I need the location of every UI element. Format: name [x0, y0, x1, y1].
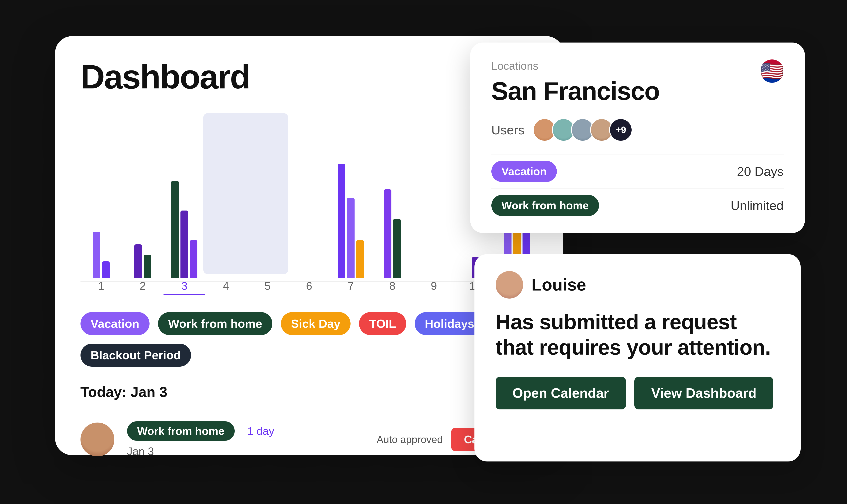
dashboard-title: Dashboard — [81, 57, 250, 96]
bar — [93, 232, 100, 278]
chart-label-8: 8 — [371, 280, 413, 295]
policy-badge-wfh: Work from home — [491, 195, 599, 216]
leave-date: Jan 3 — [127, 445, 364, 458]
bar — [190, 240, 197, 278]
notif-actions: Open Calendar View Dashboard — [496, 377, 779, 410]
legend-blackout[interactable]: Blackout Period — [81, 344, 191, 367]
bar — [143, 255, 151, 278]
bar-group-4 — [205, 134, 247, 278]
locations-card: Locations San Francisco 🇺🇸 Users +9 Vaca… — [470, 42, 805, 233]
bar — [180, 211, 188, 278]
legend-wfh[interactable]: Work from home — [158, 312, 272, 335]
chart-label-9: 9 — [413, 280, 454, 295]
legend-sick[interactable]: Sick Day — [281, 312, 351, 335]
notification-card: Louise Has submitted a request that requ… — [474, 254, 801, 462]
bar — [102, 261, 110, 278]
bar-group-7 — [330, 134, 371, 278]
bar-group-5 — [247, 134, 288, 278]
view-dashboard-button[interactable]: View Dashboard — [634, 377, 774, 410]
flag-icon: 🇺🇸 — [760, 59, 784, 83]
user-avatar — [81, 422, 115, 456]
bar — [134, 245, 142, 278]
user-avatars: +9 — [533, 118, 633, 142]
bar — [338, 164, 345, 278]
chart-label-3: 3 — [163, 280, 205, 295]
user-avatar-more[interactable]: +9 — [609, 118, 633, 142]
notif-user-row: Louise — [496, 271, 779, 299]
policy-row-wfh: Work from home Unlimited — [491, 188, 784, 222]
leave-duration: 1 day — [247, 425, 274, 437]
policy-row-vacation: Vacation 20 Days — [491, 154, 784, 188]
bar-group-9 — [413, 134, 454, 278]
leave-type-badge: Work from home — [127, 421, 235, 441]
chart-area: 1 2 3 4 5 6 7 8 9 10 11 — [81, 113, 538, 295]
bar — [384, 190, 392, 278]
chart-label-5: 5 — [247, 280, 288, 295]
users-label: Users — [491, 123, 525, 137]
notif-message: Has submitted a request that requires yo… — [496, 309, 779, 360]
notif-username: Louise — [532, 275, 586, 294]
location-city-name: San Francisco — [491, 76, 660, 106]
locations-section-label: Locations — [491, 59, 660, 72]
policy-value-wfh: Unlimited — [730, 198, 783, 213]
auto-approved-status: Auto approved — [377, 434, 443, 445]
leave-info: Work from home 1 day Jan 3 — [127, 421, 364, 458]
today-label: Today: Jan 3 — [81, 384, 538, 400]
dashboard-header: Dashboard ← → — [81, 57, 538, 96]
chart-label-2: 2 — [122, 280, 163, 295]
bar — [356, 240, 364, 278]
legend: Vacation Work from home Sick Day TOIL Ho… — [81, 312, 538, 367]
legend-vacation[interactable]: Vacation — [81, 312, 150, 335]
users-row: Users +9 — [491, 118, 784, 142]
bar — [171, 181, 179, 278]
chart-label-4: 4 — [205, 280, 247, 295]
bar-group-1 — [81, 134, 122, 278]
notif-avatar — [496, 271, 523, 299]
bar — [347, 198, 355, 278]
bar-group-2 — [122, 134, 163, 278]
bar — [393, 219, 401, 278]
bar-group-3 — [163, 134, 205, 278]
bar-group-8 — [371, 134, 413, 278]
chart-label-6: 6 — [288, 280, 330, 295]
leave-row: Work from home 1 day Jan 3 Auto approved… — [81, 413, 538, 466]
chart-label-7: 7 — [330, 280, 371, 295]
bar-group-6 — [288, 134, 330, 278]
location-header: Locations San Francisco 🇺🇸 — [491, 59, 784, 106]
chart-bars — [81, 134, 538, 278]
chart-labels: 1 2 3 4 5 6 7 8 9 10 11 — [81, 280, 538, 295]
legend-holidays[interactable]: Holidays — [415, 312, 484, 335]
policy-badge-vacation: Vacation — [491, 161, 557, 182]
legend-toil[interactable]: TOIL — [359, 312, 406, 335]
open-calendar-button[interactable]: Open Calendar — [496, 377, 626, 410]
today-section: Today: Jan 3 Work from home 1 day Jan 3 … — [81, 384, 538, 466]
policy-value-vacation: 20 Days — [737, 164, 783, 179]
chart-label-1: 1 — [81, 280, 122, 295]
